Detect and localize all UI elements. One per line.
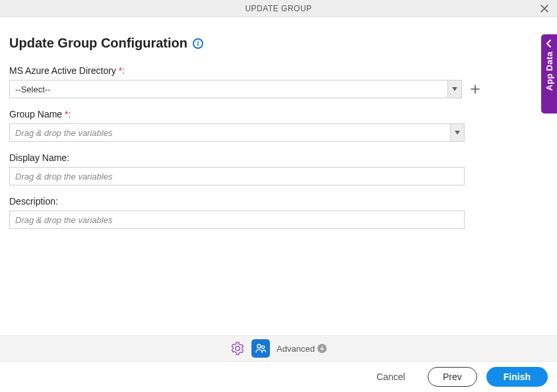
input-group-name[interactable] [9,123,450,142]
required-indicator: *: [116,65,125,76]
page-title: Update Group Configuration [9,36,187,51]
row-azure-ad [9,80,484,98]
select-group-name[interactable] [9,123,465,142]
title-bar: UPDATE GROUP [0,0,557,17]
close-icon [540,4,549,13]
finish-button[interactable]: Finish [486,367,548,387]
select-azure-ad[interactable] [9,80,462,98]
prev-button[interactable]: Prev [428,367,477,387]
required-indicator: *: [62,109,71,119]
select-azure-ad-input[interactable] [9,80,447,98]
window-title: UPDATE GROUP [245,4,311,13]
label-group-name-text: Group Name [9,109,62,119]
chevron-left-icon [546,40,552,48]
chevron-down-icon [452,87,457,91]
group-button[interactable] [251,339,270,358]
cancel-button[interactable]: Cancel [363,367,418,387]
label-azure-ad-text: MS Azure Active Directory [9,65,116,76]
advanced-button[interactable]: Advanced + [277,344,327,354]
footer: Cancel Prev Finish [0,362,557,392]
label-display-name: Display Name: [9,152,548,163]
field-azure-ad: MS Azure Active Directory *: [9,65,548,98]
label-description: Description: [9,196,548,207]
label-azure-ad: MS Azure Active Directory *: [9,65,548,76]
info-icon[interactable]: i [193,38,203,49]
input-description[interactable] [9,211,465,229]
advanced-label-text: Advanced [277,344,315,354]
close-button[interactable] [539,3,550,15]
dropdown-toggle-azure-ad[interactable] [447,80,462,98]
side-tab-label: App Data [544,51,554,90]
dropdown-toggle-group-name[interactable] [450,123,465,142]
settings-button[interactable] [230,341,245,356]
plus-circle-icon: + [317,344,327,353]
group-icon [254,342,267,355]
label-group-name: Group Name *: [9,109,548,119]
svg-point-1 [262,346,265,348]
field-display-name: Display Name: [9,152,548,185]
svg-point-0 [257,344,261,348]
add-azure-ad-button[interactable] [469,82,482,96]
gear-icon [230,341,245,356]
input-display-name[interactable] [9,167,465,185]
content-area: Update Group Configuration i MS Azure Ac… [0,17,557,229]
field-description: Description: [9,196,548,229]
page-title-row: Update Group Configuration i [9,36,548,51]
app-data-side-tab[interactable]: App Data [541,34,557,114]
field-group-name: Group Name *: [9,109,548,142]
row-group-name [9,123,548,142]
bottom-toolbar: Advanced + [0,335,557,362]
plus-icon [470,84,480,94]
chevron-down-icon [455,131,460,135]
